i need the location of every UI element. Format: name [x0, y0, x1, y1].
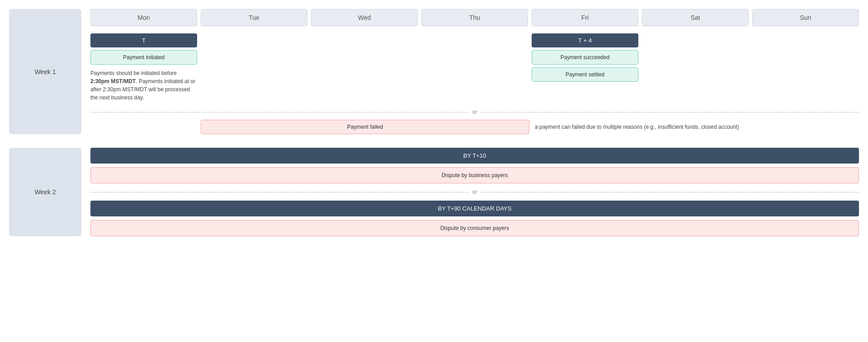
week2-label: Week 2 — [9, 148, 81, 236]
failed-section: Payment failed a payment can failed due … — [90, 120, 859, 134]
week1-row: Week 1 Mon Tue Wed Thu Fri Sat Sun T Pay… — [9, 9, 859, 134]
by-t90-bar: BY T+90 CALENDAR DAYS — [90, 201, 859, 216]
col-thu — [421, 33, 528, 102]
by-t10-bar: BY T+10 — [90, 148, 859, 164]
failed-bar-area: Payment failed a payment can failed due … — [201, 120, 859, 134]
day-wed: Wed — [311, 9, 418, 26]
week1-content: Mon Tue Wed Thu Fri Sat Sun T Payment in… — [90, 9, 859, 134]
or-divider-week1: or — [90, 109, 859, 115]
day-tue: Tue — [201, 9, 307, 26]
day-fri: Fri — [532, 9, 638, 26]
day-thu: Thu — [421, 9, 528, 26]
week1-label: Week 1 — [9, 9, 81, 134]
col-sat — [642, 33, 749, 102]
col-tue — [201, 33, 307, 102]
or-label-week2: or — [469, 189, 481, 195]
failed-note: a payment can failed due to multiple rea… — [535, 123, 859, 131]
payment-note: Payments should be initiated before 2:30… — [90, 69, 197, 102]
failed-grid: Payment failed a payment can failed due … — [90, 120, 859, 134]
payment-succeeded-badge: Payment succeeded — [532, 50, 638, 65]
week2-row: Week 2 BY T+10 Dispute by business payer… — [9, 148, 859, 236]
day-mon: Mon — [90, 9, 197, 26]
dispute-consumer-bar: Dispute by consumer payers — [90, 220, 859, 236]
or-label-week1: or — [469, 109, 481, 115]
col-mon: T Payment initiated Payments should be i… — [90, 33, 197, 102]
col-sun — [752, 33, 859, 102]
t-badge-mon: T — [90, 33, 197, 47]
col-wed — [311, 33, 418, 102]
day-sun: Sun — [752, 9, 859, 26]
week1-top-badges: T Payment initiated Payments should be i… — [90, 33, 859, 102]
payment-initiated-badge: Payment initiated — [90, 50, 197, 65]
payment-settled-badge: Payment settled — [532, 67, 638, 82]
day-headers: Mon Tue Wed Thu Fri Sat Sun — [90, 9, 859, 26]
payment-failed-bar: Payment failed — [201, 120, 529, 134]
dispute-business-bar: Dispute by business payers — [90, 167, 859, 183]
day-sat: Sat — [642, 9, 749, 26]
t-badge-fri: T + 4 — [532, 33, 638, 47]
col-fri: T + 4 Payment succeeded Payment settled — [532, 33, 638, 102]
week2-content: BY T+10 Dispute by business payers or BY… — [90, 148, 859, 236]
or-divider-week2: or — [90, 189, 859, 195]
